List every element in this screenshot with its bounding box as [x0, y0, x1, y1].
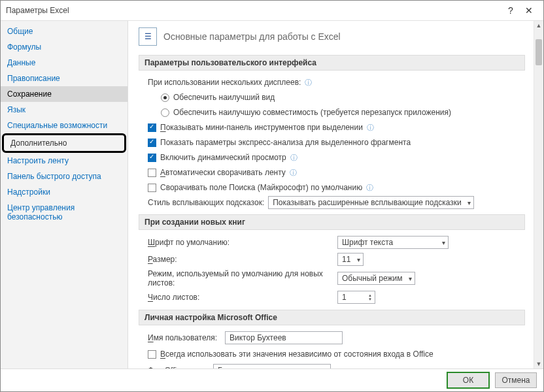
scroll-up-icon[interactable]: ▲ — [534, 21, 543, 30]
nav-item-8[interactable]: Настроить ленту — [1, 153, 128, 169]
default-font-select[interactable]: Шрифт текста — [337, 236, 449, 249]
info-icon[interactable]: ⓘ — [290, 153, 298, 163]
default-font-label: Шрифт по умолчанию: — [148, 238, 337, 247]
titlebar: Параметры Excel ? ✕ — [1, 1, 543, 21]
check-live-preview-label: Включить динамический просмотр — [160, 153, 286, 162]
check-collapse-search-row[interactable]: Сворачивать поле Поиска (Майкрософт) по … — [148, 181, 525, 194]
nav-item-7[interactable]: Дополнительно — [2, 133, 126, 153]
office-bg-select[interactable]: Геометрия — [213, 364, 331, 368]
help-button[interactable]: ? — [502, 5, 520, 16]
radio-best-view[interactable] — [161, 93, 169, 102]
tooltip-style-row: Стиль всплывающих подсказок: Показывать … — [148, 196, 525, 209]
check-auto-collapse-label: Автоматически сворачивать ленту — [160, 168, 286, 177]
sheet-count-label: Число листов: — [148, 293, 337, 302]
group-personal: Личная настройка Microsoft Office — [139, 310, 525, 325]
group-new-books: При создании новых книг — [139, 214, 525, 230]
displays-label: При использовании нескольких дисплеев: — [148, 78, 301, 87]
nav-item-2[interactable]: Данные — [1, 55, 128, 71]
radio-compat-row[interactable]: Обеспечить наилучшую совместимость (треб… — [161, 106, 525, 119]
check-collapse-search-label: Сворачивать поле Поиска (Майкрософт) по … — [160, 183, 362, 192]
radio-compat-label: Обеспечить наилучшую совместимость (треб… — [173, 108, 451, 117]
nav-item-0[interactable]: Общие — [1, 24, 128, 39]
nav-item-4[interactable]: Сохранение — [1, 86, 128, 102]
check-quick-analysis[interactable] — [148, 139, 156, 147]
info-icon[interactable]: ⓘ — [305, 78, 312, 88]
window: Параметры Excel ? ✕ ОбщиеФормулыДанныеПр… — [0, 0, 544, 392]
content-pane: ☰ Основные параметры для работы с Excel … — [128, 21, 543, 368]
ok-button[interactable]: ОК — [447, 372, 490, 389]
group-ui: Параметры пользовательского интерфейса — [139, 55, 525, 71]
scroll-thumb[interactable] — [536, 39, 542, 65]
nav-item-1[interactable]: Формулы — [1, 39, 128, 55]
page-icon: ☰ — [139, 27, 157, 46]
content-scroll: ☰ Основные параметры для работы с Excel … — [128, 21, 534, 368]
nav-sidebar: ОбщиеФормулыДанныеПравописаниеСохранение… — [1, 21, 128, 368]
check-mini-toolbar-row[interactable]: Показывать мини-панель инструментов при … — [148, 121, 525, 134]
check-live-preview-row[interactable]: Включить динамический просмотр ⓘ — [148, 151, 525, 164]
nav-item-10[interactable]: Надстройки — [1, 184, 128, 200]
check-always-use[interactable] — [148, 350, 156, 359]
tooltip-style-label: Стиль всплывающих подсказок: — [148, 198, 264, 207]
username-label: Имя пользователя: — [148, 333, 225, 342]
check-quick-analysis-row[interactable]: Показать параметры экспресс-анализа для … — [148, 136, 525, 149]
check-live-preview[interactable] — [148, 154, 156, 162]
nav-item-9[interactable]: Панель быстрого доступа — [1, 169, 128, 184]
cancel-button[interactable]: Отмена — [495, 372, 537, 388]
tooltip-style-select[interactable]: Показывать расширенные всплывающие подск… — [268, 196, 473, 209]
radio-compat[interactable] — [161, 108, 169, 117]
nav-item-11[interactable]: Центр управления безопасностью — [1, 200, 128, 225]
vertical-scrollbar[interactable]: ▲ ▼ — [534, 21, 543, 368]
dialog-footer: ОК Отмена — [1, 368, 543, 391]
page-heading: Основные параметры для работы с Excel — [163, 31, 341, 42]
office-bg-label: Фон Office: — [148, 366, 213, 368]
check-quick-analysis-label: Показать параметры экспресс-анализа для … — [160, 138, 411, 147]
check-auto-collapse[interactable] — [148, 169, 156, 177]
check-auto-collapse-row[interactable]: Автоматически сворачивать ленту ⓘ — [148, 166, 525, 179]
font-size-label: Размер: — [148, 255, 337, 264]
sheet-count-spinner[interactable]: 1▲▼ — [337, 291, 375, 304]
info-icon[interactable]: ⓘ — [290, 168, 297, 178]
check-always-use-row[interactable]: Всегда использовать эти значения независ… — [148, 348, 525, 361]
scroll-down-icon[interactable]: ▼ — [534, 359, 543, 368]
radio-best-view-row[interactable]: Обеспечить наилучший вид — [161, 91, 525, 104]
font-size-select[interactable]: 11 — [337, 253, 364, 266]
check-mini-toolbar-label: Показывать мини-панель инструментов при … — [160, 123, 363, 132]
info-icon[interactable]: ⓘ — [366, 183, 373, 193]
username-input[interactable]: Виктор Бухтеев — [225, 331, 343, 344]
check-collapse-search[interactable] — [148, 184, 156, 192]
page-header: ☰ Основные параметры для работы с Excel — [139, 27, 525, 46]
check-always-use-label: Всегда использовать эти значения независ… — [160, 350, 434, 359]
check-mini-toolbar[interactable] — [148, 123, 156, 132]
dialog-body: ОбщиеФормулыДанныеПравописаниеСохранение… — [1, 21, 543, 368]
info-icon[interactable]: ⓘ — [367, 123, 374, 133]
radio-best-view-label: Обеспечить наилучший вид — [173, 93, 275, 102]
nav-item-6[interactable]: Специальные возможности — [1, 118, 128, 133]
close-button[interactable]: ✕ — [520, 5, 538, 16]
nav-item-3[interactable]: Правописание — [1, 71, 128, 86]
nav-item-5[interactable]: Язык — [1, 102, 128, 118]
spinner-arrows[interactable]: ▲▼ — [368, 293, 372, 301]
default-view-label: Режим, используемый по умолчанию для нов… — [148, 269, 337, 287]
window-title: Параметры Excel — [6, 6, 502, 15]
displays-label-row: При использовании нескольких дисплеев: ⓘ — [148, 76, 525, 89]
default-view-select[interactable]: Обычный режим — [337, 272, 415, 285]
